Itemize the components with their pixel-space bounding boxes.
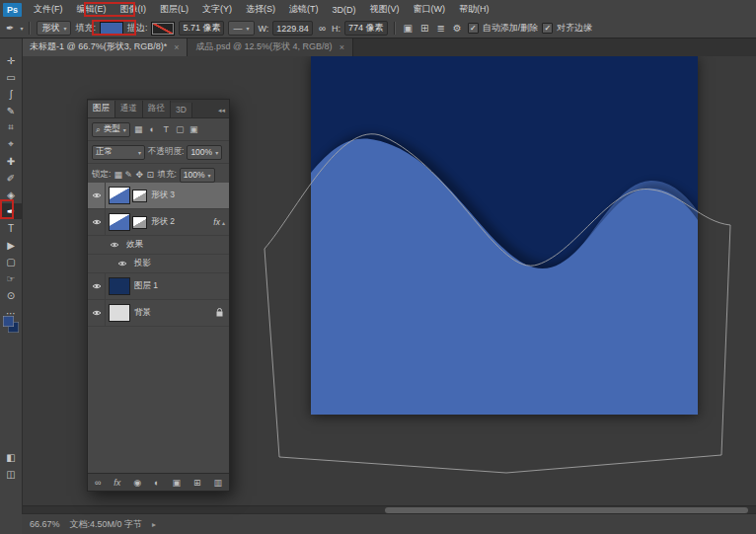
layer-name[interactable]: 形状 3: [151, 190, 175, 201]
filter-type-icon[interactable]: T: [161, 124, 172, 134]
filter-shape-icon[interactable]: ▢: [175, 124, 186, 134]
layer-fx-badge[interactable]: fx: [213, 217, 220, 227]
fill-color-swatch[interactable]: [100, 22, 123, 36]
layer-thumbnail[interactable]: [109, 213, 130, 231]
gear-icon[interactable]: ⚙: [451, 23, 464, 34]
zoom-tool[interactable]: ⊙: [0, 287, 22, 303]
menu-image[interactable]: 图像(I): [113, 3, 154, 16]
hand-tool[interactable]: ☞: [0, 270, 22, 286]
adjustment-layer-icon[interactable]: ◐: [154, 478, 159, 488]
layer-row-effects[interactable]: 效果: [88, 236, 229, 255]
move-tool[interactable]: ✛: [0, 52, 22, 68]
shape-width-input[interactable]: 1229.84: [272, 21, 313, 36]
vector-mask-thumbnail[interactable]: [132, 216, 147, 229]
tab-channels[interactable]: 通道: [115, 101, 143, 117]
quick-mask-mode-icon[interactable]: ◧: [0, 449, 22, 465]
effects-label[interactable]: 效果: [126, 239, 143, 251]
path-selection-tool[interactable]: ▶: [0, 237, 22, 253]
tab-3d[interactable]: 3D: [171, 103, 192, 117]
menu-type[interactable]: 文字(Y): [195, 3, 239, 16]
clone-stamp-tool[interactable]: ◈: [0, 187, 22, 202]
visibility-toggle[interactable]: [88, 183, 106, 208]
foreground-color-swatch[interactable]: [3, 316, 14, 327]
status-menu-arrow-icon[interactable]: ▸: [152, 520, 156, 529]
tab-paths[interactable]: 路径: [143, 101, 171, 117]
chevron-up-icon[interactable]: ▴: [222, 219, 225, 226]
tool-preset-caret-icon[interactable]: ▾: [20, 25, 23, 32]
opacity-dropdown[interactable]: 100% ▾: [187, 145, 222, 160]
visibility-toggle[interactable]: [88, 300, 106, 326]
layer-style-icon[interactable]: fx: [113, 478, 120, 488]
delete-layer-icon[interactable]: ▥: [213, 478, 222, 488]
document-canvas[interactable]: [311, 56, 698, 415]
path-alignment-icon[interactable]: ⊞: [418, 23, 430, 34]
eyedropper-tool[interactable]: ⌖: [0, 136, 22, 152]
layer-mask-icon[interactable]: ◉: [133, 478, 141, 488]
align-edges-checkbox[interactable]: ✓: [542, 23, 553, 34]
layer-name[interactable]: 背景: [134, 307, 151, 319]
filter-adjustment-icon[interactable]: ◐: [147, 124, 158, 134]
brush-tool[interactable]: ✐: [0, 170, 22, 186]
pen-tool[interactable]: ✒: [0, 203, 22, 219]
close-icon[interactable]: ×: [174, 42, 179, 52]
menu-3d[interactable]: 3D(D): [326, 5, 363, 15]
visibility-toggle[interactable]: [88, 209, 106, 235]
menu-view[interactable]: 视图(V): [363, 3, 407, 16]
fill-opacity-dropdown[interactable]: 100% ▾: [180, 168, 215, 183]
blend-mode-dropdown[interactable]: 正常 ▾: [92, 145, 145, 160]
lasso-tool[interactable]: ʃ: [0, 86, 22, 102]
lock-transparency-icon[interactable]: ▦: [113, 170, 121, 180]
healing-brush-tool[interactable]: ✚: [0, 153, 22, 169]
shape-tool[interactable]: ▢: [0, 254, 22, 269]
lock-position-icon[interactable]: ✥: [135, 170, 143, 180]
layer-row-shape3[interactable]: 形状 3: [88, 183, 229, 209]
layer-thumbnail[interactable]: [109, 304, 130, 322]
stroke-color-swatch[interactable]: [151, 22, 175, 36]
link-layers-icon[interactable]: ∞: [95, 478, 101, 488]
doc-tab-untitled[interactable]: 未标题-1 @ 66.7%(形状3, RGB/8)* ×: [22, 38, 188, 56]
menu-filter[interactable]: 滤镜(T): [282, 3, 326, 16]
link-dimensions-icon[interactable]: ∞: [317, 23, 328, 34]
layer-thumbnail[interactable]: [109, 277, 130, 295]
filter-smartobject-icon[interactable]: ▣: [189, 124, 199, 134]
layer-thumbnail[interactable]: [109, 187, 130, 204]
menu-file[interactable]: 文件(F): [27, 3, 70, 16]
menu-help[interactable]: 帮助(H): [452, 3, 496, 16]
new-layer-icon[interactable]: ⊞: [193, 478, 201, 488]
layer-name[interactable]: 图层 1: [134, 280, 158, 292]
close-icon[interactable]: ×: [340, 42, 344, 52]
filter-type-dropdown[interactable]: ⌕ 类型 ▾: [92, 122, 130, 137]
lock-pixels-icon[interactable]: ✎: [124, 170, 132, 180]
menu-window[interactable]: 窗口(W): [407, 3, 453, 16]
layer-row-background[interactable]: 背景: [88, 300, 229, 327]
menu-select[interactable]: 选择(S): [239, 3, 282, 16]
type-tool[interactable]: T: [0, 220, 22, 236]
menu-edit[interactable]: 编辑(E): [70, 3, 113, 16]
layer-row-drop-shadow[interactable]: 投影: [88, 255, 229, 273]
path-operations-icon[interactable]: ▣: [402, 23, 415, 34]
crop-tool[interactable]: ⌗: [0, 119, 22, 135]
screen-mode-icon[interactable]: ◫: [0, 466, 22, 482]
lock-all-icon[interactable]: ⊡: [146, 170, 154, 180]
filter-pixel-icon[interactable]: ▦: [133, 124, 144, 134]
layer-group-icon[interactable]: ▣: [172, 478, 181, 488]
path-arrangement-icon[interactable]: ≣: [434, 23, 446, 34]
shape-height-input[interactable]: 774 像素: [344, 21, 388, 36]
tool-mode-dropdown[interactable]: 形状 ▾: [37, 21, 71, 36]
quick-selection-tool[interactable]: ✎: [0, 103, 22, 118]
doc-tab-chengpin[interactable]: 成品.psd @ 12.5%(形状 4, RGB/8) ×: [188, 38, 352, 56]
zoom-level[interactable]: 66.67%: [30, 519, 60, 529]
visibility-toggle[interactable]: [113, 255, 130, 272]
stroke-width-input[interactable]: 5.71 像素: [179, 21, 224, 36]
panel-collapse-icon[interactable]: ◂◂: [214, 107, 229, 117]
layer-row-shape2[interactable]: 形状 2 fx ▴: [88, 209, 229, 236]
visibility-toggle[interactable]: [106, 236, 122, 254]
tab-layers[interactable]: 图层: [88, 101, 115, 117]
drop-shadow-label[interactable]: 投影: [134, 258, 151, 269]
auto-add-delete-checkbox[interactable]: ✓: [468, 23, 479, 34]
marquee-tool[interactable]: ▭: [0, 69, 22, 85]
vector-mask-thumbnail[interactable]: [132, 190, 147, 202]
layer-name[interactable]: 形状 2: [151, 216, 175, 228]
stroke-style-dropdown[interactable]: — ▾: [228, 21, 254, 36]
visibility-toggle[interactable]: [88, 273, 106, 299]
